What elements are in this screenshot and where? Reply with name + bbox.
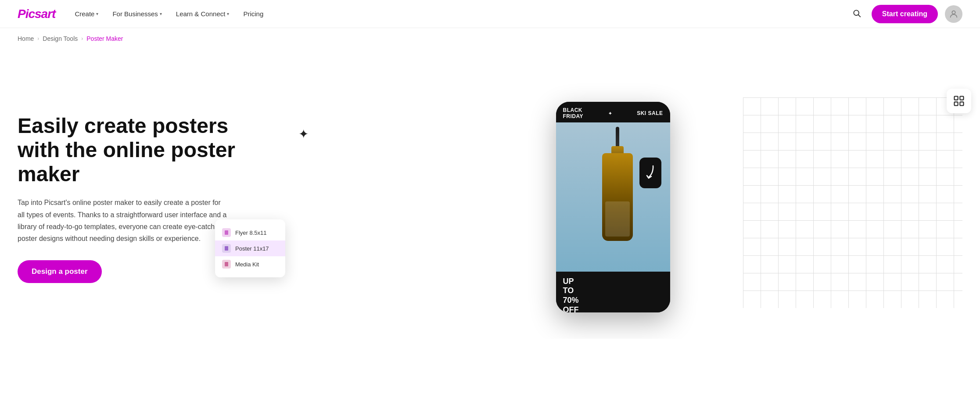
logo-text: Picsart [18,7,55,21]
svg-point-2 [952,11,955,14]
chevron-down-icon: ▾ [227,11,229,16]
breadcrumb-separator: › [37,36,39,42]
design-poster-button[interactable]: Design a poster [18,260,102,283]
user-avatar-button[interactable] [945,5,962,23]
start-creating-button[interactable]: Start creating [872,5,938,23]
nav-links: Create ▾ For Businesses ▾ Learn & Connec… [69,7,269,21]
navbar-right: Start creating [849,5,962,23]
bottle-dropper [616,127,619,149]
arrow-overlay [639,158,661,188]
ski-sale-text: SKI SALE [637,110,663,116]
nav-label-create: Create [75,10,94,18]
nav-label-learn-connect: Learn & Connect [176,10,226,18]
poster-label: Poster 11x17 [235,245,269,252]
svg-rect-4 [960,97,963,100]
svg-rect-5 [955,102,958,105]
flyer-icon [222,228,231,237]
phone-top-bar: BLACKFRIDAY ✦ SKI SALE [556,102,670,122]
svg-rect-7 [225,230,228,235]
user-icon [949,9,958,19]
curved-arrow-icon [644,164,657,182]
breadcrumb-home[interactable]: Home [18,35,34,42]
breadcrumb-separator: › [81,36,83,42]
chevron-down-icon: ▾ [160,11,162,16]
svg-rect-3 [955,97,958,100]
bottle-body [602,153,633,241]
phone-inner [556,122,670,272]
dropdown-poster[interactable]: Poster 11x17 [215,240,285,256]
grid-background [743,97,962,308]
hero-description: Tap into Picsart's online poster maker t… [18,197,228,244]
nav-item-pricing[interactable]: Pricing [238,7,269,21]
nav-item-create[interactable]: Create ▾ [69,7,104,21]
flyer-label: Flyer 8.5x11 [235,230,267,236]
svg-rect-8 [225,246,228,251]
svg-rect-9 [225,262,228,266]
breadcrumb-poster-maker[interactable]: Poster Maker [86,35,123,42]
navbar-left: Picsart Create ▾ For Businesses ▾ Learn … [18,7,269,21]
svg-rect-6 [960,102,963,105]
logo[interactable]: Picsart [18,7,55,21]
media-kit-icon [222,260,231,269]
nav-item-for-businesses[interactable]: For Businesses ▾ [107,7,167,21]
dropdown-flyer[interactable]: Flyer 8.5x11 [215,225,285,240]
poster-icon [222,244,231,253]
bottle-label [605,201,630,237]
breadcrumb-design-tools[interactable]: Design Tools [43,35,78,42]
media-kit-label: Media Kit [235,261,259,268]
black-friday-text: BLACKFRIDAY [563,107,584,120]
svg-line-1 [858,15,861,17]
hero-section: Easily create posters with the online po… [0,49,980,339]
hero-illustration: ✦ BLACKFRIDAY ✦ SKI SALE [263,75,962,321]
phone-mockup: BLACKFRIDAY ✦ SKI SALE [556,102,670,312]
hero-content: Easily create posters with the online po… [18,114,246,283]
nav-label-for-businesses: For Businesses [112,10,158,18]
bottle-illustration [596,127,639,250]
sale-text: UPTO70%OFF [563,277,579,312]
search-icon [852,9,861,18]
chevron-down-icon: ▾ [96,11,98,16]
grid-template-icon[interactable] [947,89,971,113]
nav-item-learn-connect[interactable]: Learn & Connect ▾ [171,7,235,21]
template-grid-icon [953,95,965,107]
navbar: Picsart Create ▾ For Businesses ▾ Learn … [0,0,980,28]
sparkle-icon: ✦ [298,128,309,140]
dropdown-media-kit[interactable]: Media Kit [215,256,285,272]
search-button[interactable] [849,5,865,22]
template-dropdown: Flyer 8.5x11 Poster 11x17 Media Kit [215,219,285,277]
hero-title: Easily create posters with the online po… [18,114,246,186]
breadcrumb: Home › Design Tools › Poster Maker [0,28,980,49]
phone-bottom-text: UPTO70%OFF [556,272,670,312]
star-icon: ✦ [608,111,612,116]
nav-label-pricing: Pricing [243,10,263,18]
